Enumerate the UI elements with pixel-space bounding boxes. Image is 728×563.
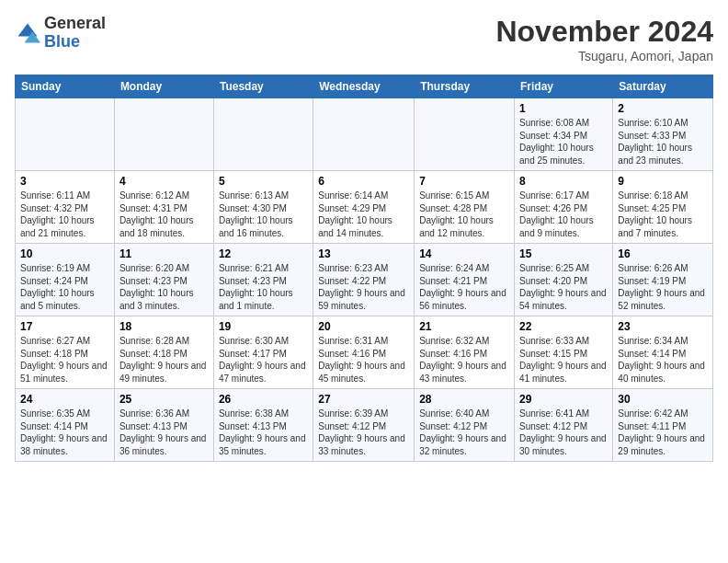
day-info: Sunrise: 6:21 AM Sunset: 4:23 PM Dayligh… [219,262,308,312]
day-info: Sunrise: 6:34 AM Sunset: 4:14 PM Dayligh… [618,335,708,385]
month-title: November 2024 [495,15,713,49]
calendar-cell: 5Sunrise: 6:13 AM Sunset: 4:30 PM Daylig… [213,171,313,244]
calendar-cell: 25Sunrise: 6:36 AM Sunset: 4:13 PM Dayli… [114,389,213,462]
day-info: Sunrise: 6:19 AM Sunset: 4:24 PM Dayligh… [20,262,109,312]
calendar-cell: 15Sunrise: 6:25 AM Sunset: 4:20 PM Dayli… [515,244,613,316]
day-info: Sunrise: 6:33 AM Sunset: 4:15 PM Dayligh… [519,335,608,385]
calendar-cell: 26Sunrise: 6:38 AM Sunset: 4:13 PM Dayli… [213,389,313,462]
day-number: 5 [219,175,308,188]
day-info: Sunrise: 6:39 AM Sunset: 4:12 PM Dayligh… [318,408,409,457]
calendar-cell: 22Sunrise: 6:33 AM Sunset: 4:15 PM Dayli… [515,316,613,389]
logo: General Blue [15,15,106,52]
day-number: 2 [618,102,708,115]
calendar-cell [415,98,515,171]
calendar-week-3: 10Sunrise: 6:19 AM Sunset: 4:24 PM Dayli… [16,244,713,316]
day-number: 11 [119,247,209,260]
day-info: Sunrise: 6:40 AM Sunset: 4:12 PM Dayligh… [419,408,509,457]
calendar-cell: 6Sunrise: 6:14 AM Sunset: 4:29 PM Daylig… [313,171,415,244]
day-number: 4 [119,175,209,188]
page-header: General Blue November 2024 Tsugaru, Aomo… [15,15,713,63]
day-number: 27 [318,393,409,406]
calendar-cell: 4Sunrise: 6:12 AM Sunset: 4:31 PM Daylig… [114,171,213,244]
calendar-week-1: 1Sunrise: 6:08 AM Sunset: 4:34 PM Daylig… [16,98,713,171]
calendar-cell [16,98,115,171]
day-number: 21 [419,320,509,333]
day-number: 22 [519,320,608,333]
day-number: 7 [419,175,509,188]
calendar-cell: 29Sunrise: 6:41 AM Sunset: 4:12 PM Dayli… [515,389,613,462]
calendar-week-4: 17Sunrise: 6:27 AM Sunset: 4:18 PM Dayli… [16,316,713,389]
weekday-header-tuesday: Tuesday [213,75,313,98]
logo-icon [15,20,40,46]
day-info: Sunrise: 6:42 AM Sunset: 4:11 PM Dayligh… [618,408,708,457]
calendar-cell: 19Sunrise: 6:30 AM Sunset: 4:17 PM Dayli… [213,316,313,389]
day-info: Sunrise: 6:17 AM Sunset: 4:26 PM Dayligh… [519,190,608,239]
day-number: 25 [119,393,209,406]
day-info: Sunrise: 6:36 AM Sunset: 4:13 PM Dayligh… [119,408,209,457]
day-number: 30 [618,393,708,406]
calendar-cell: 9Sunrise: 6:18 AM Sunset: 4:25 PM Daylig… [613,171,713,244]
calendar-cell: 10Sunrise: 6:19 AM Sunset: 4:24 PM Dayli… [16,244,115,316]
calendar-cell: 27Sunrise: 6:39 AM Sunset: 4:12 PM Dayli… [313,389,415,462]
day-info: Sunrise: 6:38 AM Sunset: 4:13 PM Dayligh… [219,408,308,457]
calendar-cell: 11Sunrise: 6:20 AM Sunset: 4:23 PM Dayli… [114,244,213,316]
location: Tsugaru, Aomori, Japan [495,49,713,63]
weekday-header-sunday: Sunday [16,75,115,98]
calendar-cell: 16Sunrise: 6:26 AM Sunset: 4:19 PM Dayli… [613,244,713,316]
day-number: 28 [419,393,509,406]
day-number: 1 [519,102,608,115]
calendar-cell [213,98,313,171]
day-number: 8 [519,175,608,188]
calendar-cell: 2Sunrise: 6:10 AM Sunset: 4:33 PM Daylig… [613,98,713,171]
day-info: Sunrise: 6:12 AM Sunset: 4:31 PM Dayligh… [119,190,209,239]
day-info: Sunrise: 6:15 AM Sunset: 4:28 PM Dayligh… [419,190,509,239]
calendar-cell [313,98,415,171]
weekday-header-friday: Friday [515,75,613,98]
weekday-header-monday: Monday [114,75,213,98]
calendar-cell: 18Sunrise: 6:28 AM Sunset: 4:18 PM Dayli… [114,316,213,389]
day-info: Sunrise: 6:41 AM Sunset: 4:12 PM Dayligh… [519,408,608,457]
day-info: Sunrise: 6:32 AM Sunset: 4:16 PM Dayligh… [419,335,509,385]
day-number: 23 [618,320,708,333]
day-info: Sunrise: 6:31 AM Sunset: 4:16 PM Dayligh… [318,335,409,385]
day-number: 26 [219,393,308,406]
day-info: Sunrise: 6:13 AM Sunset: 4:30 PM Dayligh… [219,190,308,239]
day-number: 19 [219,320,308,333]
day-number: 13 [318,247,409,260]
calendar-cell: 1Sunrise: 6:08 AM Sunset: 4:34 PM Daylig… [515,98,613,171]
day-number: 17 [20,320,109,333]
calendar-cell: 3Sunrise: 6:11 AM Sunset: 4:32 PM Daylig… [16,171,115,244]
day-info: Sunrise: 6:10 AM Sunset: 4:33 PM Dayligh… [618,117,708,167]
calendar-cell: 30Sunrise: 6:42 AM Sunset: 4:11 PM Dayli… [613,389,713,462]
day-number: 18 [119,320,209,333]
weekday-header-saturday: Saturday [613,75,713,98]
day-number: 12 [219,247,308,260]
day-number: 29 [519,393,608,406]
calendar-cell: 21Sunrise: 6:32 AM Sunset: 4:16 PM Dayli… [415,316,515,389]
day-number: 3 [20,175,109,188]
calendar-header: SundayMondayTuesdayWednesdayThursdayFrid… [16,75,713,98]
calendar-body: 1Sunrise: 6:08 AM Sunset: 4:34 PM Daylig… [16,98,713,462]
calendar-cell [114,98,213,171]
calendar-table: SundayMondayTuesdayWednesdayThursdayFrid… [15,75,713,462]
day-info: Sunrise: 6:14 AM Sunset: 4:29 PM Dayligh… [318,190,409,239]
day-info: Sunrise: 6:08 AM Sunset: 4:34 PM Dayligh… [519,117,608,167]
day-number: 9 [618,175,708,188]
calendar-cell: 28Sunrise: 6:40 AM Sunset: 4:12 PM Dayli… [415,389,515,462]
calendar-cell: 20Sunrise: 6:31 AM Sunset: 4:16 PM Dayli… [313,316,415,389]
weekday-header-wednesday: Wednesday [313,75,415,98]
day-number: 10 [20,247,109,260]
day-number: 20 [318,320,409,333]
calendar-cell: 14Sunrise: 6:24 AM Sunset: 4:21 PM Dayli… [415,244,515,316]
calendar-cell: 24Sunrise: 6:35 AM Sunset: 4:14 PM Dayli… [16,389,115,462]
calendar-cell: 13Sunrise: 6:23 AM Sunset: 4:22 PM Dayli… [313,244,415,316]
day-info: Sunrise: 6:25 AM Sunset: 4:20 PM Dayligh… [519,262,608,312]
calendar-cell: 12Sunrise: 6:21 AM Sunset: 4:23 PM Dayli… [213,244,313,316]
day-info: Sunrise: 6:23 AM Sunset: 4:22 PM Dayligh… [318,262,409,312]
day-info: Sunrise: 6:26 AM Sunset: 4:19 PM Dayligh… [618,262,708,312]
day-number: 15 [519,247,608,260]
day-number: 16 [618,247,708,260]
calendar-cell: 8Sunrise: 6:17 AM Sunset: 4:26 PM Daylig… [515,171,613,244]
weekday-header-row: SundayMondayTuesdayWednesdayThursdayFrid… [16,75,713,98]
weekday-header-thursday: Thursday [415,75,515,98]
